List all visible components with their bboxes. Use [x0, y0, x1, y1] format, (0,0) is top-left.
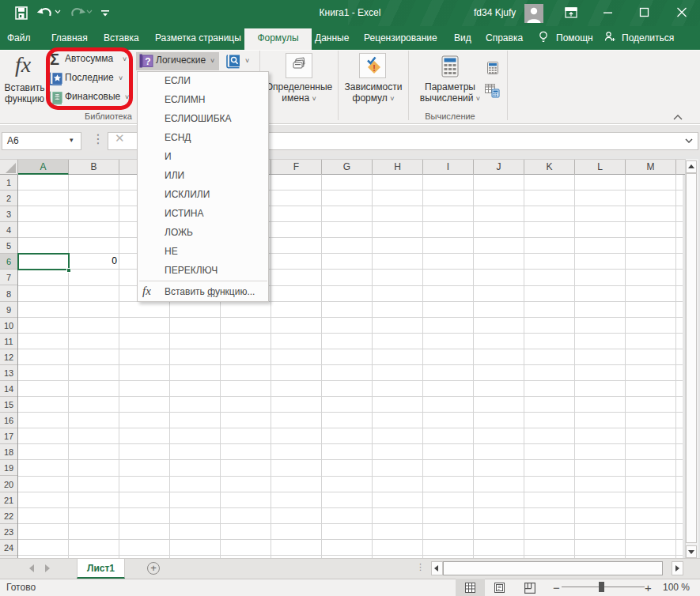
svg-text:?: ?: [145, 56, 150, 67]
svg-text:!: !: [373, 63, 376, 73]
